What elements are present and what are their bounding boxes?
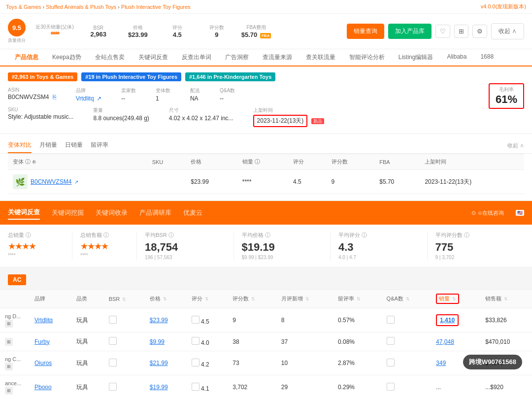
- row2-reviews: 38: [228, 332, 276, 351]
- tab-variant-compare[interactable]: 变体对比: [8, 138, 32, 153]
- tab-review-rate[interactable]: 留评率: [91, 138, 108, 153]
- row1-review-rate: 0.57%: [333, 308, 382, 332]
- th-review-rate[interactable]: 留评率 ⇅: [333, 290, 382, 308]
- add-to-library-button[interactable]: 加入产品库: [388, 24, 432, 39]
- th-sales-main[interactable]: 销量 ⇅: [431, 290, 480, 308]
- rank-badge-preschool[interactable]: #1,646 in Pre-Kindergarten Toys: [185, 72, 275, 81]
- variant-fba-cell: $5.70: [374, 170, 420, 194]
- tab-listing-editor[interactable]: Listing编辑器: [392, 49, 440, 66]
- row1-rating: 4.5: [187, 308, 228, 332]
- avg-bsr-stat: 平均BSR ⓘ 18,754 196 | 57,563: [137, 232, 234, 260]
- row3-icon[interactable]: ⊞: [5, 363, 13, 370]
- online-support-btn[interactable]: ⊙⊙在线咨询: [471, 209, 504, 217]
- row1-qa: [382, 308, 432, 332]
- gallery-icon[interactable]: ⊞: [454, 25, 468, 38]
- kw-tab-reverse[interactable]: 关键词反查: [8, 206, 40, 220]
- kw-tab-record[interactable]: 关键词收录: [96, 206, 128, 219]
- kw-tab-research[interactable]: 产品调研库: [139, 206, 171, 219]
- total-revenue-stat: 总销售额 ⓘ ★★★★ ****: [72, 232, 137, 260]
- variant-sales-cell: ****: [237, 170, 288, 194]
- reviews-stat: 评分数 9: [202, 24, 232, 38]
- row2-review-rate: 0.08%: [333, 332, 382, 351]
- th-sales: 销量 ⓘ: [237, 154, 288, 170]
- breadcrumb-toys[interactable]: Toys & Games: [6, 4, 41, 10]
- tab-keyword-order[interactable]: 反查出单词: [175, 49, 218, 66]
- row4-rating: 4.1: [187, 375, 228, 399]
- row2-icon[interactable]: ⊞: [5, 338, 13, 346]
- main-data-table: 品牌 品类 BSR ⇅ 价格 ⇅ 评分 ⇅ 评分数 ⇅ 月评新增 ⇅ 留评率 ⇅…: [0, 289, 532, 399]
- quality-label: 质量得分: [8, 37, 26, 44]
- asin-link-icon[interactable]: ↗: [74, 179, 78, 185]
- gross-margin-container: 毛利率 61%: [489, 83, 524, 109]
- tab-product-info[interactable]: 产品信息: [8, 49, 45, 66]
- rating-stat: 评分 4.5: [163, 24, 192, 38]
- kw-tab-cloud[interactable]: 优麦云: [183, 206, 202, 219]
- qa-item: Q&A数 --: [220, 87, 235, 102]
- asin-copy-icon[interactable]: ⎘: [53, 94, 56, 100]
- rank-badge-plush[interactable]: #19 in Plush Interactive Toy Figures: [81, 72, 181, 81]
- row3-prefix: ng C... ⊞: [0, 351, 30, 375]
- tab-daily-sales[interactable]: 日销量: [65, 138, 83, 153]
- quality-score: 9.5: [8, 19, 26, 36]
- row2-price: $9.99: [145, 332, 187, 351]
- variant-asin-cell: 🌿 B0CNWVZSM4 ↗: [8, 170, 147, 194]
- tab-related-traffic[interactable]: 查关联流量: [299, 49, 342, 66]
- row3-category: 玩具: [71, 351, 104, 375]
- list-date-value: 2023-11-22(13天): [253, 115, 308, 127]
- th-revenue[interactable]: 销售额 ⇅: [480, 290, 532, 308]
- avg-price-stat: 平均价格 ⓘ $19.19 $9.99 | $23.99: [234, 232, 331, 260]
- tab-review-analysis[interactable]: 智能评论分析: [342, 49, 392, 66]
- section-label-container: AC: [0, 270, 532, 289]
- row1-reviews: 9: [228, 308, 276, 332]
- tab-traffic-source[interactable]: 查流量来源: [256, 49, 299, 66]
- avg-rating-stat: 平均评分 ⓘ 4.3 4.0 | 4.7: [331, 232, 428, 260]
- th-qa[interactable]: Q&A数 ⇅: [382, 290, 432, 308]
- row2-qa: [382, 332, 432, 351]
- collapse-variant-button[interactable]: 收起 ∧: [507, 142, 524, 149]
- brand-link-icon[interactable]: ↗: [97, 95, 101, 102]
- sales-query-button[interactable]: 销量查询: [347, 24, 384, 39]
- tab-1688[interactable]: 1688: [473, 49, 500, 66]
- shipping-item: 配送 NA: [190, 87, 200, 102]
- keyword-bar: 关键词反查 关键词挖掘 关键词收录 产品调研库 优麦云 ⊙⊙在线咨询 🇺🇸: [0, 201, 532, 225]
- breadcrumb-stuffed[interactable]: Stuffed Animals & Plush Toys: [46, 4, 116, 10]
- row4-qa: [382, 375, 432, 399]
- th-price[interactable]: 价格 ⇅: [145, 290, 187, 308]
- tab-keyword-reverse[interactable]: 关键词反查: [132, 49, 175, 66]
- sku-item: SKU Style: Adjustable music...: [8, 107, 73, 120]
- row4-brand: Pbooo: [30, 375, 71, 399]
- tab-keepa[interactable]: Keepa趋势: [45, 49, 88, 66]
- section-label-ac: AC: [8, 274, 26, 285]
- th-new-reviews[interactable]: 月评新增 ⇅: [276, 290, 333, 308]
- asin-item: ASIN B0CNWVZSM4 ⎘: [8, 87, 56, 100]
- variant-rating-cell: 4.5: [288, 170, 326, 194]
- variant-row-1: 🌿 B0CNWVZSM4 ↗ $23.99 **** 4.5 9 $5.70 2…: [8, 170, 524, 194]
- breadcrumb-plush[interactable]: Plush Interactive Toy Figures: [121, 4, 191, 10]
- tab-monthly-sales[interactable]: 月销量: [39, 138, 57, 153]
- row4-icon[interactable]: ⊞: [5, 387, 13, 395]
- th-reviews: 评分数: [327, 154, 375, 170]
- avg-reviews-stat: 平均评分数 ⓘ 775 9 | 3,702: [428, 232, 525, 260]
- th-bsr: BSR ⇅: [104, 290, 145, 308]
- row1-icon[interactable]: ⊞: [5, 320, 13, 328]
- th-reviews[interactable]: 评分数 ⇅: [228, 290, 276, 308]
- tab-all-sites[interactable]: 全站点售卖: [88, 49, 132, 66]
- fba-icon: FBA: [260, 33, 271, 38]
- settings-icon[interactable]: ⚙: [472, 25, 487, 38]
- th-rating[interactable]: 评分 ⇅: [187, 290, 228, 308]
- header-actions: 销量查询 加入产品库 ♡ ⊞ ⚙ 收起 ∧: [347, 23, 524, 39]
- row3-rating: 4.2: [187, 351, 228, 375]
- th-fba: FBA: [374, 154, 420, 170]
- row4-new-reviews: 29: [276, 375, 333, 399]
- heart-icon[interactable]: ♡: [435, 25, 450, 38]
- row1-sales: 1,410: [431, 308, 480, 332]
- tab-ad-insight[interactable]: 广告洞察: [218, 49, 256, 66]
- th-category: 品类: [71, 290, 104, 308]
- collapse-header-button[interactable]: 收起 ∧: [491, 23, 524, 39]
- tab-alibaba[interactable]: Alibaba: [440, 49, 473, 66]
- list-date-item: 上架时间 2023-11-22(13天) 新品: [253, 107, 324, 127]
- kw-tab-mining[interactable]: 关键词挖掘: [52, 206, 84, 219]
- variant-tabs: 变体对比 月销量 日销量 留评率 收起 ∧: [0, 134, 532, 154]
- new-product-tag: 新品: [311, 118, 324, 124]
- row3-qa: [382, 351, 432, 375]
